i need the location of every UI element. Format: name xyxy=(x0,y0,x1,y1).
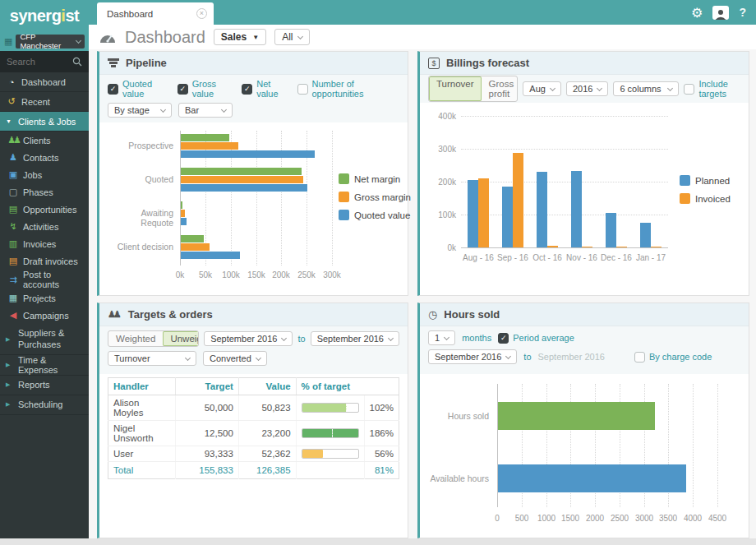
sidebar-item-suppliers-purchases[interactable]: ▶Suppliers & Purchases xyxy=(0,324,89,355)
hours-x-tick: 500 xyxy=(515,514,529,523)
sidebar-item-activities[interactable]: ↯Activities xyxy=(0,218,89,235)
invoice-icon xyxy=(428,58,440,69)
sidebar-item-dashboard[interactable]: ◔Dashboard xyxy=(0,72,89,92)
company-selector[interactable]: CFP Manchester xyxy=(16,35,85,48)
table-row-alison-moyles[interactable]: Alison Moyles50,00050,823102% xyxy=(108,395,399,421)
year-dropdown[interactable]: 2016 xyxy=(566,81,608,96)
cell-pct: 56% xyxy=(364,446,399,462)
hours-x-tick: 4000 xyxy=(684,514,702,523)
check-include-targets[interactable]: Include targets xyxy=(684,79,740,99)
sidebar-item-post-to-accounts[interactable]: ⇉Post to accounts xyxy=(0,270,89,289)
sidebar-item-label: Clients xyxy=(23,136,51,145)
pipeline-bar-net-margin xyxy=(181,235,204,242)
check-number-of-opportunities[interactable]: Number of opportunities xyxy=(297,79,399,99)
hours-header: Hours sold xyxy=(420,303,749,326)
filter-dropdown-value: All xyxy=(282,31,293,43)
sidebar-item-contacts[interactable]: ♟Contacts xyxy=(0,149,89,166)
columns-dropdown[interactable]: 6 columns xyxy=(613,81,679,96)
dropdown-value: Converted xyxy=(210,353,251,363)
sidebar-item-scheduling[interactable]: ▶Scheduling xyxy=(0,395,89,415)
projects-icon: ▦ xyxy=(7,293,19,303)
toggle-turnover[interactable]: Turnover xyxy=(429,76,482,101)
legend-label: Quoted value xyxy=(354,210,410,220)
pipeline-controls: Quoted value Gross value Net value Numbe… xyxy=(99,75,408,122)
checkbox-label: Period average xyxy=(513,333,574,343)
panel-pipeline: Pipeline Quoted value Gross value Net va… xyxy=(97,51,408,296)
sidebar-item-projects[interactable]: ▦Projects xyxy=(0,289,89,307)
search-input[interactable] xyxy=(7,57,71,67)
sidebar-item-label: Time & Expenses xyxy=(18,355,83,375)
targets-title: Targets & orders xyxy=(128,308,213,321)
progress-target-marker xyxy=(346,404,347,412)
panel-hours-sold: Hours sold 1 months Period average Septe… xyxy=(417,303,749,538)
chevron-down-icon xyxy=(221,106,227,112)
toggle-gross-profit[interactable]: Gross profit xyxy=(482,76,519,101)
col-value[interactable]: Value xyxy=(238,378,296,395)
tab-close-icon[interactable]: × xyxy=(196,8,207,19)
metric-dropdown[interactable]: Turnover xyxy=(108,351,196,366)
col-handler[interactable]: Handler xyxy=(108,378,176,395)
targets-controls: Weighted Unweighted September 2016 to Se… xyxy=(99,326,408,374)
dropdown-value: September 2016 xyxy=(435,352,501,362)
billings-y-tick: 100k xyxy=(428,210,456,219)
company-name: CFP Manchester xyxy=(20,32,76,50)
check-quoted-value[interactable]: Quoted value xyxy=(108,79,171,99)
cell-handler: Nigel Unsworth xyxy=(108,421,176,446)
sidebar-item-opportunities[interactable]: ▤Opportunities xyxy=(0,201,89,218)
col-pct-of-target[interactable]: % of target xyxy=(296,378,399,395)
cell-total-target: 155,833 xyxy=(176,462,239,479)
checkbox xyxy=(498,333,509,344)
filter-dropdown[interactable]: All xyxy=(274,29,310,45)
check-net-value[interactable]: Net value xyxy=(242,79,290,99)
sidebar-item-phases[interactable]: ▢Phases xyxy=(0,183,89,201)
targets-from-dropdown[interactable]: September 2016 xyxy=(204,331,293,346)
targets-table-container: HandlerTargetValue% of targetAlison Moyl… xyxy=(108,377,399,479)
targets-to-dropdown[interactable]: September 2016 xyxy=(311,331,399,346)
billings-x-label: Oct - 16 xyxy=(529,253,565,264)
tab-dashboard[interactable]: Dashboard × xyxy=(97,2,214,25)
sidebar-item-draft-invoices[interactable]: ▤Draft invoices xyxy=(0,252,89,270)
sidebar-item-jobs[interactable]: ▣Jobs xyxy=(0,166,89,183)
sidebar-item-label: Jobs xyxy=(23,170,42,180)
logo-text-2: st xyxy=(65,7,79,25)
opportunities-icon: ▤ xyxy=(7,204,19,215)
sidebar-item-recent[interactable]: ↺Recent xyxy=(0,92,89,112)
group-by-dropdown[interactable]: By stage xyxy=(108,103,172,118)
checkbox-label: Gross value xyxy=(192,79,236,99)
table-row-nigel-unsworth[interactable]: Nigel Unsworth12,50023,200186% xyxy=(108,421,399,446)
help-button[interactable]: ? xyxy=(739,6,746,19)
cell-total-value: 126,385 xyxy=(238,462,296,479)
toggle-unweighted[interactable]: Unweighted xyxy=(163,331,199,346)
search-icon[interactable] xyxy=(72,57,82,67)
col-target[interactable]: Target xyxy=(176,378,239,395)
check-gross-value[interactable]: Gross value xyxy=(177,79,236,99)
billings-bar-planned xyxy=(571,171,582,247)
sidebar-item-label: Post to accounts xyxy=(23,270,83,289)
toggle-weighted[interactable]: Weighted xyxy=(108,331,163,346)
check-period-average[interactable]: Period average xyxy=(498,333,574,344)
chevron-down-icon xyxy=(444,334,449,339)
sidebar-item-clients[interactable]: ♟♟Clients xyxy=(0,132,89,149)
chart-type-dropdown[interactable]: Bar xyxy=(178,103,233,118)
legend-item: Quoted value xyxy=(339,210,411,220)
cell-total-progress xyxy=(296,462,364,479)
sales-dropdown[interactable]: Sales ▼ xyxy=(214,29,266,45)
sidebar-item-reports[interactable]: ▶Reports xyxy=(0,376,89,395)
hours-gridline xyxy=(717,384,718,507)
avatar[interactable] xyxy=(712,6,729,20)
gear-icon[interactable]: ⚙ xyxy=(691,5,703,21)
sidebar-item-campaigns[interactable]: ◀Campaigns xyxy=(0,307,89,324)
progress-target-marker xyxy=(332,429,333,437)
cell-handler: Alison Moyles xyxy=(108,395,176,421)
pipeline-bar-quoted-value xyxy=(181,150,315,158)
table-row-user[interactable]: User93,33352,36256% xyxy=(108,446,399,462)
month-dropdown[interactable]: Aug xyxy=(523,81,561,96)
cell-progress xyxy=(296,446,364,462)
months-count-dropdown[interactable]: 1 xyxy=(428,330,455,345)
hours-from-dropdown[interactable]: September 2016 xyxy=(428,349,517,364)
sidebar-item-time-expenses[interactable]: ▶Time & Expenses xyxy=(0,355,89,376)
sidebar-item-clients-jobs[interactable]: ▼Clients & Jobs xyxy=(0,112,89,132)
sidebar-item-invoices[interactable]: ▥Invoices xyxy=(0,235,89,252)
status-dropdown[interactable]: Converted xyxy=(203,351,267,366)
check-by-charge-code[interactable]: By charge code xyxy=(634,352,712,363)
